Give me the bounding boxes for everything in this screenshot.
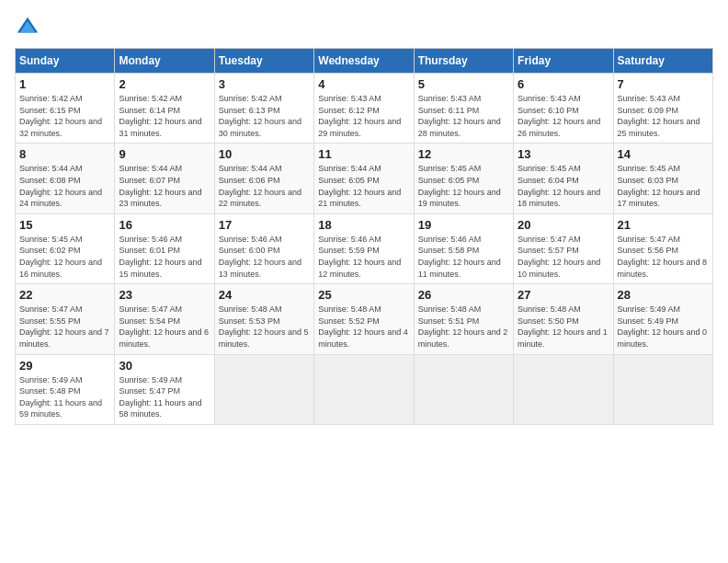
calendar-day-cell — [414, 354, 513, 424]
day-header-saturday: Saturday — [613, 49, 712, 74]
calendar-day-cell — [214, 354, 313, 424]
calendar-day-cell: 11 Sunrise: 5:44 AM Sunset: 6:05 PM Dayl… — [314, 144, 414, 213]
daylight-text: Daylight: 11 hours and 58 minutes. — [119, 398, 201, 419]
day-number: 21 — [618, 218, 709, 232]
daylight-text: Daylight: 12 hours and 30 minutes. — [219, 117, 301, 138]
calendar-table: SundayMondayTuesdayWednesdayThursdayFrid… — [15, 48, 713, 425]
sunset-text: Sunset: 6:04 PM — [518, 176, 579, 185]
sunrise-text: Sunrise: 5:42 AM — [119, 94, 182, 103]
sunset-text: Sunset: 6:14 PM — [119, 106, 180, 115]
sunrise-text: Sunrise: 5:44 AM — [219, 164, 282, 173]
day-info: Sunrise: 5:49 AM Sunset: 5:48 PM Dayligh… — [19, 374, 110, 420]
logo-icon — [15, 15, 40, 40]
calendar-day-cell: 27 Sunrise: 5:48 AM Sunset: 5:50 PM Dayl… — [514, 284, 613, 354]
day-info: Sunrise: 5:48 AM Sunset: 5:50 PM Dayligh… — [518, 304, 609, 350]
daylight-text: Daylight: 12 hours and 13 minutes. — [219, 258, 301, 279]
day-info: Sunrise: 5:47 AM Sunset: 5:56 PM Dayligh… — [618, 234, 709, 280]
day-number: 24 — [219, 288, 310, 302]
sunrise-text: Sunrise: 5:46 AM — [119, 235, 182, 244]
daylight-text: Daylight: 12 hours and 31 minutes. — [119, 117, 201, 138]
day-info: Sunrise: 5:48 AM Sunset: 5:53 PM Dayligh… — [219, 304, 310, 350]
sunrise-text: Sunrise: 5:48 AM — [318, 304, 381, 314]
sunset-text: Sunset: 6:07 PM — [119, 176, 180, 185]
sunrise-text: Sunrise: 5:47 AM — [119, 304, 182, 314]
day-number: 17 — [219, 218, 310, 232]
sunset-text: Sunset: 5:51 PM — [418, 316, 480, 326]
daylight-text: Daylight: 11 hours and 59 minutes. — [19, 398, 102, 419]
day-number: 1 — [19, 77, 110, 91]
day-info: Sunrise: 5:47 AM Sunset: 5:54 PM Dayligh… — [119, 304, 210, 350]
sunrise-text: Sunrise: 5:45 AM — [418, 164, 482, 173]
daylight-text: Daylight: 12 hours and 12 minutes. — [318, 258, 401, 279]
calendar-day-cell: 22 Sunrise: 5:47 AM Sunset: 5:55 PM Dayl… — [16, 284, 115, 354]
day-info: Sunrise: 5:48 AM Sunset: 5:51 PM Dayligh… — [418, 304, 509, 350]
daylight-text: Daylight: 12 hours and 11 minutes. — [418, 258, 501, 279]
sunrise-text: Sunrise: 5:47 AM — [618, 235, 681, 244]
sunrise-text: Sunrise: 5:47 AM — [518, 235, 581, 244]
sunset-text: Sunset: 5:55 PM — [19, 316, 81, 326]
day-number: 3 — [219, 77, 310, 91]
sunset-text: Sunset: 5:47 PM — [119, 386, 180, 396]
calendar-day-cell — [314, 354, 414, 424]
calendar-day-cell: 9 Sunrise: 5:44 AM Sunset: 6:07 PM Dayli… — [115, 144, 214, 213]
day-info: Sunrise: 5:45 AM Sunset: 6:02 PM Dayligh… — [19, 234, 110, 280]
sunset-text: Sunset: 6:13 PM — [219, 106, 280, 115]
sunrise-text: Sunrise: 5:48 AM — [518, 304, 581, 314]
calendar-day-cell: 26 Sunrise: 5:48 AM Sunset: 5:51 PM Dayl… — [414, 284, 513, 354]
sunset-text: Sunset: 5:58 PM — [418, 246, 480, 255]
daylight-text: Daylight: 12 hours and 10 minutes. — [518, 258, 600, 279]
daylight-text: Daylight: 12 hours and 6 minutes. — [119, 327, 209, 349]
daylight-text: Daylight: 12 hours and 26 minutes. — [518, 117, 600, 138]
sunrise-text: Sunrise: 5:43 AM — [318, 94, 381, 103]
sunrise-text: Sunrise: 5:45 AM — [518, 164, 581, 173]
daylight-text: Daylight: 12 hours and 21 minutes. — [318, 188, 401, 209]
calendar-day-cell: 28 Sunrise: 5:49 AM Sunset: 5:49 PM Dayl… — [613, 284, 712, 354]
day-header-sunday: Sunday — [16, 49, 115, 74]
sunset-text: Sunset: 5:53 PM — [219, 316, 280, 326]
day-header-thursday: Thursday — [414, 49, 513, 74]
sunset-text: Sunset: 5:54 PM — [119, 316, 180, 326]
day-number: 20 — [518, 218, 609, 232]
day-number: 18 — [318, 218, 409, 232]
day-info: Sunrise: 5:46 AM Sunset: 6:00 PM Dayligh… — [219, 234, 310, 280]
calendar-week-row: 29 Sunrise: 5:49 AM Sunset: 5:48 PM Dayl… — [16, 354, 713, 424]
sunset-text: Sunset: 5:50 PM — [518, 316, 579, 326]
sunset-text: Sunset: 5:56 PM — [618, 246, 679, 255]
sunset-text: Sunset: 6:03 PM — [618, 176, 679, 185]
calendar-day-cell: 7 Sunrise: 5:43 AM Sunset: 6:09 PM Dayli… — [613, 74, 712, 144]
day-number: 7 — [618, 77, 709, 91]
calendar-day-cell: 19 Sunrise: 5:46 AM Sunset: 5:58 PM Dayl… — [414, 213, 513, 283]
day-number: 19 — [418, 218, 509, 232]
sunrise-text: Sunrise: 5:43 AM — [618, 94, 681, 103]
calendar-week-row: 1 Sunrise: 5:42 AM Sunset: 6:15 PM Dayli… — [16, 74, 713, 144]
calendar-day-cell: 2 Sunrise: 5:42 AM Sunset: 6:14 PM Dayli… — [115, 74, 214, 144]
day-number: 22 — [19, 288, 110, 302]
sunrise-text: Sunrise: 5:44 AM — [318, 164, 381, 173]
day-info: Sunrise: 5:42 AM Sunset: 6:15 PM Dayligh… — [19, 93, 110, 139]
calendar-day-cell: 20 Sunrise: 5:47 AM Sunset: 5:57 PM Dayl… — [514, 213, 613, 283]
day-number: 9 — [119, 147, 210, 161]
daylight-text: Daylight: 12 hours and 24 minutes. — [19, 188, 102, 209]
daylight-text: Daylight: 12 hours and 15 minutes. — [119, 258, 201, 279]
day-info: Sunrise: 5:47 AM Sunset: 5:57 PM Dayligh… — [518, 234, 609, 280]
day-info: Sunrise: 5:46 AM Sunset: 6:01 PM Dayligh… — [119, 234, 210, 280]
sunset-text: Sunset: 5:59 PM — [318, 246, 380, 255]
sunrise-text: Sunrise: 5:49 AM — [19, 375, 83, 385]
day-number: 6 — [518, 77, 609, 91]
day-number: 27 — [518, 288, 609, 302]
sunrise-text: Sunrise: 5:42 AM — [219, 94, 282, 103]
day-info: Sunrise: 5:48 AM Sunset: 5:52 PM Dayligh… — [318, 304, 409, 350]
day-number: 16 — [119, 218, 210, 232]
calendar-day-cell: 17 Sunrise: 5:46 AM Sunset: 6:00 PM Dayl… — [214, 213, 313, 283]
calendar-day-cell: 16 Sunrise: 5:46 AM Sunset: 6:01 PM Dayl… — [115, 213, 214, 283]
day-number: 2 — [119, 77, 210, 91]
day-info: Sunrise: 5:42 AM Sunset: 6:14 PM Dayligh… — [119, 93, 210, 139]
day-info: Sunrise: 5:46 AM Sunset: 5:58 PM Dayligh… — [418, 234, 509, 280]
day-number: 25 — [318, 288, 409, 302]
sunset-text: Sunset: 6:12 PM — [318, 106, 380, 115]
sunset-text: Sunset: 5:48 PM — [19, 386, 81, 396]
daylight-text: Daylight: 12 hours and 16 minutes. — [19, 258, 102, 279]
day-number: 30 — [119, 359, 210, 373]
sunset-text: Sunset: 6:05 PM — [418, 176, 480, 185]
day-number: 14 — [618, 147, 709, 161]
